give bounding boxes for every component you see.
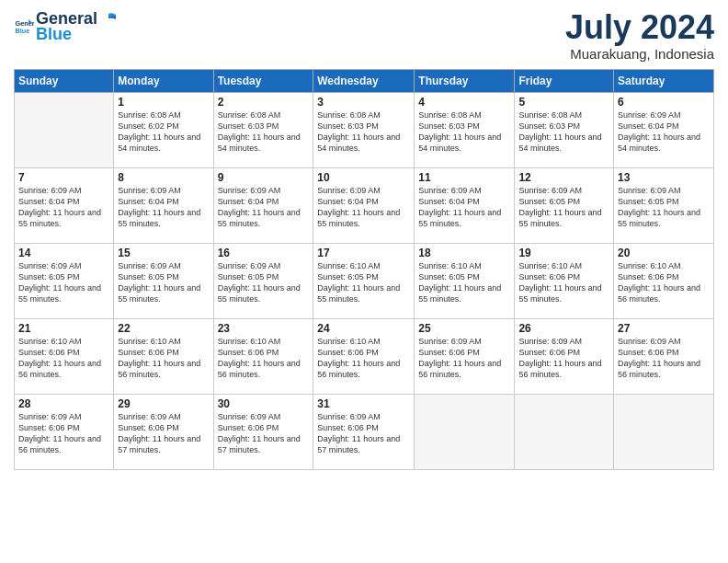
day-number: 12 xyxy=(518,171,609,184)
calendar-cell: 24Sunrise: 6:10 AMSunset: 6:06 PMDayligh… xyxy=(313,318,415,394)
calendar-cell: 25Sunrise: 6:09 AMSunset: 6:06 PMDayligh… xyxy=(415,318,515,394)
day-info: Sunrise: 6:10 AMSunset: 6:05 PMDaylight:… xyxy=(317,260,410,305)
day-info: Sunrise: 6:09 AMSunset: 6:06 PMDaylight:… xyxy=(518,336,609,381)
day-number: 1 xyxy=(118,96,209,109)
calendar-cell: 7Sunrise: 6:09 AMSunset: 6:04 PMDaylight… xyxy=(15,167,114,243)
day-info: Sunrise: 6:09 AMSunset: 6:06 PMDaylight:… xyxy=(18,411,109,456)
header: General Blue General Blue July 2024 Muar… xyxy=(14,9,714,62)
day-number: 7 xyxy=(18,171,109,184)
day-number: 13 xyxy=(618,171,710,184)
month-year: July 2024 xyxy=(565,9,714,46)
day-number: 14 xyxy=(18,247,109,259)
title-block: July 2024 Muarakuang, Indonesia xyxy=(565,9,714,62)
calendar-cell: 20Sunrise: 6:10 AMSunset: 6:06 PMDayligh… xyxy=(614,243,714,318)
calendar-cell: 30Sunrise: 6:09 AMSunset: 6:06 PMDayligh… xyxy=(213,394,313,469)
day-info: Sunrise: 6:09 AMSunset: 6:05 PMDaylight:… xyxy=(218,260,310,305)
calendar-week-row: 7Sunrise: 6:09 AMSunset: 6:04 PMDaylight… xyxy=(15,167,714,243)
calendar-week-row: 28Sunrise: 6:09 AMSunset: 6:06 PMDayligh… xyxy=(15,394,714,469)
day-number: 27 xyxy=(618,322,710,335)
calendar-cell: 21Sunrise: 6:10 AMSunset: 6:06 PMDayligh… xyxy=(15,318,114,394)
day-info: Sunrise: 6:10 AMSunset: 6:06 PMDaylight:… xyxy=(618,260,710,305)
day-info: Sunrise: 6:10 AMSunset: 6:06 PMDaylight:… xyxy=(118,336,209,381)
calendar-cell: 19Sunrise: 6:10 AMSunset: 6:06 PMDayligh… xyxy=(515,243,614,318)
logo: General Blue General Blue xyxy=(14,9,118,44)
calendar-cell: 12Sunrise: 6:09 AMSunset: 6:05 PMDayligh… xyxy=(515,167,614,243)
calendar-cell xyxy=(15,92,114,167)
calendar-week-row: 21Sunrise: 6:10 AMSunset: 6:06 PMDayligh… xyxy=(15,318,714,394)
day-number: 30 xyxy=(218,397,310,410)
day-number: 21 xyxy=(18,322,109,335)
calendar-cell: 18Sunrise: 6:10 AMSunset: 6:05 PMDayligh… xyxy=(415,243,515,318)
day-number: 29 xyxy=(118,397,209,410)
day-number: 25 xyxy=(418,322,510,335)
day-number: 20 xyxy=(618,247,710,259)
calendar-week-row: 1Sunrise: 6:08 AMSunset: 6:02 PMDaylight… xyxy=(15,92,714,167)
day-info: Sunrise: 6:10 AMSunset: 6:06 PMDaylight:… xyxy=(518,260,609,305)
day-info: Sunrise: 6:09 AMSunset: 6:05 PMDaylight:… xyxy=(618,185,710,230)
day-info: Sunrise: 6:10 AMSunset: 6:06 PMDaylight:… xyxy=(218,336,310,381)
calendar-cell: 27Sunrise: 6:09 AMSunset: 6:06 PMDayligh… xyxy=(614,318,714,394)
col-tuesday: Tuesday xyxy=(213,69,313,92)
col-thursday: Thursday xyxy=(415,69,515,92)
day-info: Sunrise: 6:08 AMSunset: 6:03 PMDaylight:… xyxy=(218,109,310,155)
day-info: Sunrise: 6:10 AMSunset: 6:06 PMDaylight:… xyxy=(18,336,109,381)
calendar-cell: 16Sunrise: 6:09 AMSunset: 6:05 PMDayligh… xyxy=(213,243,313,318)
day-number: 16 xyxy=(218,247,310,259)
day-info: Sunrise: 6:09 AMSunset: 6:04 PMDaylight:… xyxy=(418,185,510,230)
calendar-cell: 10Sunrise: 6:09 AMSunset: 6:04 PMDayligh… xyxy=(313,167,415,243)
day-number: 10 xyxy=(317,171,410,184)
day-info: Sunrise: 6:09 AMSunset: 6:05 PMDaylight:… xyxy=(18,260,109,305)
day-number: 2 xyxy=(218,96,310,109)
day-number: 11 xyxy=(418,171,510,184)
svg-text:Blue: Blue xyxy=(15,27,29,35)
calendar-header-row: Sunday Monday Tuesday Wednesday Thursday… xyxy=(15,69,714,92)
day-info: Sunrise: 6:09 AMSunset: 6:06 PMDaylight:… xyxy=(418,336,510,381)
day-info: Sunrise: 6:08 AMSunset: 6:02 PMDaylight:… xyxy=(118,109,209,155)
calendar-cell xyxy=(614,394,714,469)
logo-icon: General Blue xyxy=(14,17,34,37)
day-info: Sunrise: 6:08 AMSunset: 6:03 PMDaylight:… xyxy=(518,109,609,155)
calendar-cell: 17Sunrise: 6:10 AMSunset: 6:05 PMDayligh… xyxy=(313,243,415,318)
calendar-cell: 11Sunrise: 6:09 AMSunset: 6:04 PMDayligh… xyxy=(415,167,515,243)
day-info: Sunrise: 6:09 AMSunset: 6:06 PMDaylight:… xyxy=(317,411,410,456)
calendar-cell: 28Sunrise: 6:09 AMSunset: 6:06 PMDayligh… xyxy=(15,394,114,469)
calendar-cell: 14Sunrise: 6:09 AMSunset: 6:05 PMDayligh… xyxy=(15,243,114,318)
calendar-cell xyxy=(515,394,614,469)
calendar-cell: 15Sunrise: 6:09 AMSunset: 6:05 PMDayligh… xyxy=(114,243,213,318)
calendar-cell: 5Sunrise: 6:08 AMSunset: 6:03 PMDaylight… xyxy=(515,92,614,167)
day-info: Sunrise: 6:09 AMSunset: 6:04 PMDaylight:… xyxy=(618,109,710,155)
calendar-cell: 1Sunrise: 6:08 AMSunset: 6:02 PMDaylight… xyxy=(114,92,213,167)
col-saturday: Saturday xyxy=(614,69,714,92)
day-info: Sunrise: 6:09 AMSunset: 6:05 PMDaylight:… xyxy=(118,260,209,305)
day-number: 26 xyxy=(518,322,609,335)
day-number: 28 xyxy=(18,397,109,410)
day-number: 31 xyxy=(317,397,410,410)
day-info: Sunrise: 6:09 AMSunset: 6:04 PMDaylight:… xyxy=(118,185,209,230)
day-info: Sunrise: 6:09 AMSunset: 6:06 PMDaylight:… xyxy=(118,411,209,456)
day-info: Sunrise: 6:09 AMSunset: 6:05 PMDaylight:… xyxy=(518,185,609,230)
calendar-cell: 22Sunrise: 6:10 AMSunset: 6:06 PMDayligh… xyxy=(114,318,213,394)
day-number: 22 xyxy=(118,322,209,335)
day-info: Sunrise: 6:10 AMSunset: 6:05 PMDaylight:… xyxy=(418,260,510,305)
day-number: 24 xyxy=(317,322,410,335)
day-number: 15 xyxy=(118,247,209,259)
calendar-cell xyxy=(415,394,515,469)
day-info: Sunrise: 6:09 AMSunset: 6:04 PMDaylight:… xyxy=(218,185,310,230)
col-monday: Monday xyxy=(114,69,213,92)
calendar-cell: 31Sunrise: 6:09 AMSunset: 6:06 PMDayligh… xyxy=(313,394,415,469)
day-number: 9 xyxy=(218,171,310,184)
day-info: Sunrise: 6:08 AMSunset: 6:03 PMDaylight:… xyxy=(317,109,410,155)
calendar-cell: 3Sunrise: 6:08 AMSunset: 6:03 PMDaylight… xyxy=(313,92,415,167)
calendar-cell: 29Sunrise: 6:09 AMSunset: 6:06 PMDayligh… xyxy=(114,394,213,469)
day-number: 4 xyxy=(418,96,510,109)
col-wednesday: Wednesday xyxy=(313,69,415,92)
col-friday: Friday xyxy=(515,69,614,92)
day-number: 5 xyxy=(518,96,609,109)
calendar-cell: 6Sunrise: 6:09 AMSunset: 6:04 PMDaylight… xyxy=(614,92,714,167)
day-info: Sunrise: 6:09 AMSunset: 6:04 PMDaylight:… xyxy=(317,185,410,230)
calendar-cell: 2Sunrise: 6:08 AMSunset: 6:03 PMDaylight… xyxy=(213,92,313,167)
day-number: 18 xyxy=(418,247,510,259)
calendar-cell: 26Sunrise: 6:09 AMSunset: 6:06 PMDayligh… xyxy=(515,318,614,394)
calendar-cell: 23Sunrise: 6:10 AMSunset: 6:06 PMDayligh… xyxy=(213,318,313,394)
day-info: Sunrise: 6:08 AMSunset: 6:03 PMDaylight:… xyxy=(418,109,510,155)
